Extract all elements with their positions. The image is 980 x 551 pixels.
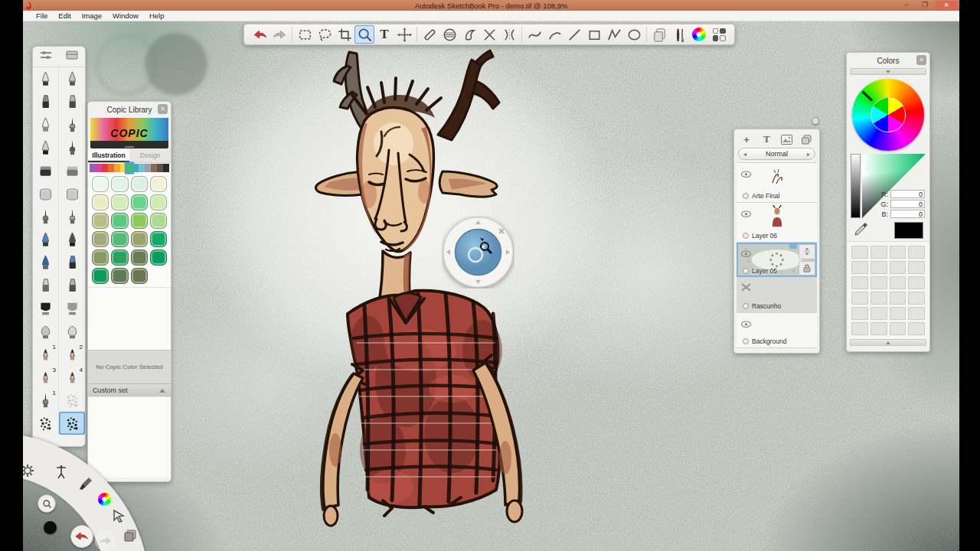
- copic-hue-cell[interactable]: [108, 164, 114, 172]
- rect-select-tool[interactable]: [295, 25, 315, 44]
- copic-swatch[interactable]: [131, 176, 148, 192]
- brush-tin[interactable]: [33, 182, 59, 205]
- brush-stub[interactable]: 4: [59, 366, 85, 389]
- brush-airbrush2[interactable]: [59, 205, 85, 228]
- layer-menu-marble[interactable]: [743, 268, 749, 274]
- brush-splatter[interactable]: [33, 412, 59, 435]
- copic-swatch[interactable]: [111, 249, 128, 266]
- polyline-stroke-tool[interactable]: [604, 25, 624, 44]
- symmetry-y-tool[interactable]: [499, 25, 519, 44]
- colors-bottom-collapse-bar[interactable]: [850, 339, 926, 346]
- ellipse-stroke-tool[interactable]: [624, 25, 644, 44]
- color-wheel-icon[interactable]: [96, 491, 113, 507]
- lagoon-redo-button[interactable]: [95, 531, 115, 551]
- color-swatch-slot[interactable]: [890, 322, 906, 335]
- layer-hidden-icon[interactable]: [740, 282, 752, 289]
- copic-swatch[interactable]: [150, 249, 167, 266]
- brush-eraser-soft[interactable]: [59, 159, 85, 182]
- b-value[interactable]: 0: [890, 210, 925, 218]
- color-swatch-slot[interactable]: [890, 246, 906, 259]
- gear-icon[interactable]: [23, 462, 36, 479]
- layer-row-arte-final[interactable]: Arte Final: [737, 163, 817, 203]
- copic-swatch[interactable]: [111, 231, 128, 247]
- layer-menu-marble[interactable]: [743, 233, 749, 239]
- color-swatch-slot[interactable]: [851, 307, 868, 320]
- layer-row-rascunho[interactable]: Rascunho: [737, 278, 817, 313]
- brush-spray[interactable]: [59, 412, 85, 435]
- brush-inkpen[interactable]: [59, 136, 85, 159]
- luminance-slider[interactable]: [851, 154, 861, 218]
- color-swatch-slot[interactable]: [871, 261, 887, 274]
- layer-visible-eye-icon[interactable]: [740, 167, 752, 174]
- brush-blob[interactable]: [33, 320, 59, 343]
- blend-prev-arrow[interactable]: ◂: [739, 151, 751, 158]
- color-wheel-inner[interactable]: [871, 97, 906, 132]
- brush-icon[interactable]: [77, 475, 94, 492]
- copic-swatch[interactable]: [92, 231, 109, 247]
- line-stroke-tool[interactable]: [564, 25, 584, 44]
- layer-row-layer-05[interactable]: Layer 05: [737, 243, 817, 278]
- copic-swatch[interactable]: [150, 213, 167, 229]
- brush-sets-menu-icon[interactable]: [65, 50, 79, 64]
- text-layer-button[interactable]: T: [759, 133, 774, 146]
- copic-hue-cell[interactable]: [132, 164, 139, 172]
- colors-close-icon[interactable]: ✕: [916, 55, 926, 65]
- brush-brush-dark[interactable]: [59, 228, 85, 251]
- arc-stroke-tool[interactable]: [544, 25, 564, 44]
- copic-hue-cell[interactable]: [145, 164, 151, 172]
- color-marble[interactable]: [44, 521, 57, 534]
- copic-swatch[interactable]: [131, 249, 148, 266]
- color-swatch-slot[interactable]: [851, 246, 868, 259]
- copic-hue-cell[interactable]: [114, 164, 120, 172]
- brush-eraser-hard[interactable]: [33, 159, 59, 182]
- color-swatch-slot[interactable]: [871, 246, 887, 259]
- zoom-puck[interactable]: [442, 216, 514, 289]
- add-layer-button[interactable]: +: [739, 133, 754, 146]
- copic-swatch[interactable]: [131, 268, 148, 284]
- color-swatch-slot[interactable]: [908, 261, 925, 274]
- brush-pencil[interactable]: [33, 67, 59, 90]
- magnifier-button[interactable]: [38, 494, 56, 513]
- menu-window[interactable]: Window: [107, 11, 144, 20]
- brush-pen[interactable]: [33, 113, 59, 136]
- color-swatch-slot[interactable]: [871, 307, 887, 320]
- color-swatch-slot[interactable]: [851, 322, 868, 335]
- brush-marker[interactable]: [33, 90, 59, 113]
- zoom-puck-center[interactable]: [456, 230, 501, 276]
- brush-pencil2[interactable]: [59, 67, 85, 90]
- color-swatch-slot[interactable]: [890, 276, 906, 289]
- blend-mode-selector[interactable]: ◂ Normal ▸: [738, 148, 815, 160]
- text-tool[interactable]: T: [374, 25, 394, 44]
- brush-flat-dark[interactable]: [33, 297, 59, 320]
- lasso-select-tool[interactable]: [315, 25, 335, 44]
- duplicate-layer-button[interactable]: [799, 133, 815, 146]
- layer-row-background[interactable]: Background: [737, 313, 817, 348]
- g-value[interactable]: 0: [890, 200, 925, 208]
- copic-hue-cell[interactable]: [139, 164, 145, 172]
- brush-scatter[interactable]: [59, 389, 85, 412]
- r-value[interactable]: 0: [890, 190, 925, 198]
- layers-icon[interactable]: [122, 527, 139, 544]
- copic-hue-cell[interactable]: [102, 164, 108, 172]
- current-color-swatch[interactable]: [894, 222, 923, 239]
- layers-puck-handle[interactable]: [812, 117, 819, 125]
- brush-chisel2[interactable]: [59, 274, 85, 297]
- menu-help[interactable]: Help: [144, 11, 170, 20]
- color-swatch-slot[interactable]: [871, 276, 887, 289]
- menu-edit[interactable]: Edit: [53, 11, 76, 20]
- brush-palette-toggle[interactable]: [669, 25, 689, 44]
- layer-visible-eye-icon[interactable]: [740, 317, 752, 324]
- copic-swatch[interactable]: [131, 213, 148, 229]
- brush-stub[interactable]: 1: [33, 343, 59, 366]
- color-swatch-slot[interactable]: [908, 292, 925, 305]
- copic-hue-cell[interactable]: [151, 164, 157, 172]
- copic-swatch[interactable]: [111, 176, 128, 192]
- color-swatch-slot[interactable]: [908, 246, 925, 259]
- layer-transform-button[interactable]: [799, 244, 815, 259]
- blend-next-arrow[interactable]: ▸: [802, 151, 815, 158]
- symmetry-x-tool[interactable]: [479, 25, 499, 44]
- copic-swatch[interactable]: [111, 268, 128, 284]
- brush-stub[interactable]: 2: [59, 343, 85, 366]
- brush-brush-blue[interactable]: [33, 228, 59, 251]
- copic-hue-cell[interactable]: [157, 164, 163, 172]
